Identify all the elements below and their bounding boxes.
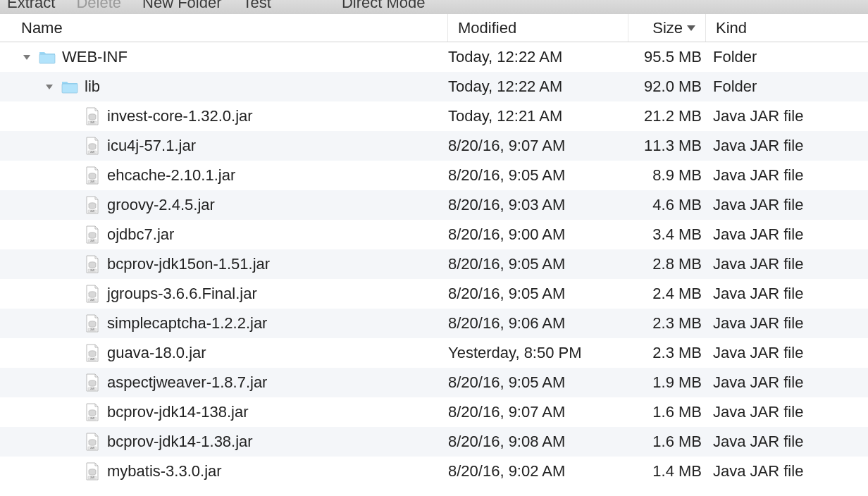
disclosure-triangle-icon[interactable] — [21, 51, 32, 63]
file-name: ehcache-2.10.1.jar — [107, 166, 235, 185]
indent-spacer — [21, 175, 66, 176]
indent-spacer — [21, 412, 66, 413]
size-cell: 95.5 MB — [628, 48, 706, 66]
size-cell: 21.2 MB — [628, 107, 706, 125]
indent-spacer — [66, 471, 83, 472]
file-row[interactable]: JARbcprov-jdk15on-1.51.jar8/20/16, 9:05 … — [0, 249, 868, 279]
svg-text:JAR: JAR — [90, 417, 95, 420]
jar-file-icon: JAR — [83, 108, 101, 124]
jar-file-icon: JAR — [83, 434, 101, 450]
name-cell: JARehcache-2.10.1.jar — [0, 166, 448, 185]
modified-cell: 8/20/16, 9:02 AM — [448, 462, 628, 480]
column-header-modified[interactable]: Modified — [448, 14, 628, 42]
name-cell: JARbcprov-jdk14-1.38.jar — [0, 433, 448, 451]
file-row[interactable]: JARsimplecaptcha-1.2.2.jar8/20/16, 9:06 … — [0, 309, 868, 338]
indent-spacer — [66, 383, 83, 383]
disclosure-triangle-icon[interactable] — [44, 81, 55, 92]
indent-spacer — [66, 175, 83, 176]
size-cell: 2.3 MB — [628, 314, 706, 333]
modified-cell: 8/20/16, 9:07 AM — [448, 137, 628, 155]
svg-text:JAR: JAR — [90, 121, 95, 124]
modified-cell: 8/20/16, 9:05 AM — [448, 166, 628, 185]
folder-icon — [61, 79, 79, 94]
kind-cell: Java JAR file — [706, 285, 868, 303]
size-cell: 1.6 MB — [628, 433, 706, 451]
jar-file-icon: JAR — [83, 227, 101, 242]
jar-file-icon: JAR — [83, 316, 101, 331]
toolbar-new-folder[interactable]: New Folder — [142, 0, 221, 10]
folder-row[interactable]: libToday, 12:22 AM92.0 MBFolder — [0, 72, 868, 101]
svg-text:JAR: JAR — [90, 358, 95, 361]
jar-file-icon: JAR — [83, 375, 101, 390]
jar-file-icon: JAR — [83, 464, 101, 479]
modified-cell: 8/20/16, 9:05 AM — [448, 373, 628, 392]
kind-cell: Java JAR file — [706, 314, 868, 333]
file-row[interactable]: JARaspectjweaver-1.8.7.jar8/20/16, 9:05 … — [0, 368, 868, 397]
file-row[interactable]: JARbcprov-jdk14-138.jar8/20/16, 9:07 AM1… — [0, 397, 868, 427]
file-name: jgroups-3.6.6.Final.jar — [107, 285, 257, 303]
indent-spacer — [21, 116, 66, 117]
column-header-kind-label: Kind — [716, 19, 747, 37]
indent-spacer — [66, 412, 83, 413]
indent-spacer — [66, 235, 83, 235]
file-row[interactable]: JARojdbc7.jar8/20/16, 9:00 AM3.4 MBJava … — [0, 220, 868, 249]
file-row[interactable]: JARbcprov-jdk14-1.38.jar8/20/16, 9:08 AM… — [0, 427, 868, 457]
file-row[interactable]: JARinvest-core-1.32.0.jarToday, 12:21 AM… — [0, 101, 868, 131]
file-row[interactable]: JARjgroups-3.6.6.Final.jar8/20/16, 9:05 … — [0, 279, 868, 309]
jar-file-icon: JAR — [83, 286, 101, 302]
jar-file-icon: JAR — [83, 138, 101, 154]
folder-name: WEB-INF — [62, 48, 128, 66]
name-cell: JARbcprov-jdk14-138.jar — [0, 403, 448, 421]
indent-spacer — [21, 383, 66, 383]
name-cell: JARgroovy-2.4.5.jar — [0, 196, 448, 214]
file-name: ojdbc7.jar — [107, 225, 174, 244]
indent-spacer — [21, 264, 66, 265]
jar-file-icon: JAR — [83, 404, 101, 420]
toolbar: Extract Delete New Folder Test Direct Mo… — [0, 0, 868, 14]
svg-text:JAR: JAR — [90, 388, 95, 390]
column-header-size[interactable]: Size — [628, 14, 706, 42]
name-cell: JARbcprov-jdk15on-1.51.jar — [0, 255, 448, 273]
indent-spacer — [66, 146, 83, 147]
file-name: guava-18.0.jar — [107, 344, 206, 362]
file-name: bcprov-jdk14-1.38.jar — [107, 433, 253, 451]
modified-cell: 8/20/16, 9:08 AM — [448, 433, 628, 451]
svg-text:JAR: JAR — [90, 299, 95, 302]
file-name: invest-core-1.32.0.jar — [107, 107, 253, 125]
column-header-name[interactable]: Name — [0, 14, 448, 42]
file-row[interactable]: JARgroovy-2.4.5.jar8/20/16, 9:03 AM4.6 M… — [0, 190, 868, 220]
file-name: bcprov-jdk15on-1.51.jar — [107, 255, 270, 273]
file-row[interactable]: JARmybatis-3.3.0.jar8/20/16, 9:02 AM1.4 … — [0, 457, 868, 486]
size-cell: 8.9 MB — [628, 166, 706, 185]
name-cell: WEB-INF — [0, 48, 448, 66]
column-header-size-label: Size — [652, 19, 683, 37]
toolbar-direct-mode[interactable]: Direct Mode — [342, 0, 426, 10]
name-cell: JARsimplecaptcha-1.2.2.jar — [0, 314, 448, 333]
file-row[interactable]: JARehcache-2.10.1.jar8/20/16, 9:05 AM8.9… — [0, 161, 868, 190]
name-cell: lib — [0, 78, 448, 96]
svg-text:JAR: JAR — [90, 328, 95, 331]
column-header-name-label: Name — [21, 19, 63, 37]
size-cell: 3.4 MB — [628, 225, 706, 244]
name-cell: JARguava-18.0.jar — [0, 344, 448, 362]
indent-spacer — [21, 353, 66, 354]
toolbar-extract[interactable]: Extract — [7, 0, 55, 10]
svg-text:JAR: JAR — [90, 240, 95, 242]
file-row[interactable]: JARguava-18.0.jarYesterday, 8:50 PM2.3 M… — [0, 338, 868, 368]
file-name: aspectjweaver-1.8.7.jar — [107, 373, 267, 392]
toolbar-test[interactable]: Test — [243, 0, 271, 10]
column-header-kind[interactable]: Kind — [706, 14, 868, 42]
file-row[interactable]: JARicu4j-57.1.jar8/20/16, 9:07 AM11.3 MB… — [0, 131, 868, 161]
folder-icon — [38, 49, 56, 65]
modified-cell: Yesterday, 8:50 PM — [448, 344, 628, 362]
folder-row[interactable]: WEB-INFToday, 12:22 AM95.5 MBFolder — [0, 42, 868, 72]
chevron-down-icon — [687, 25, 695, 31]
modified-cell: 8/20/16, 9:03 AM — [448, 196, 628, 214]
svg-text:JAR: JAR — [90, 151, 95, 154]
indent-spacer — [66, 264, 83, 265]
modified-cell: 8/20/16, 9:06 AM — [448, 314, 628, 333]
modified-cell: 8/20/16, 9:05 AM — [448, 285, 628, 303]
size-cell: 2.3 MB — [628, 344, 706, 362]
toolbar-delete[interactable]: Delete — [76, 0, 121, 10]
size-cell: 1.9 MB — [628, 373, 706, 392]
